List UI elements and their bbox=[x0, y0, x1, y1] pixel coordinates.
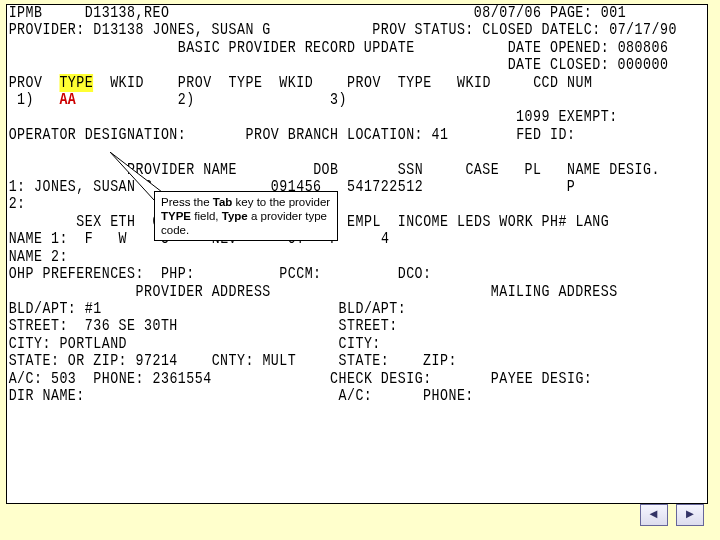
provider-line: PROVIDER: D13138 JONES, SUSAN G bbox=[9, 21, 271, 39]
c3-empl: EMPL bbox=[347, 213, 381, 231]
a-cnty: MULT bbox=[262, 352, 296, 370]
n1-income: 4 bbox=[381, 230, 389, 248]
m-bldapt-l: BLD/APT: bbox=[339, 300, 407, 318]
col2-pl: PL bbox=[525, 161, 542, 179]
n1-sex: F bbox=[85, 230, 93, 248]
c3-income: INCOME bbox=[398, 213, 449, 231]
col-wkid: WKID bbox=[110, 74, 144, 92]
a-street: 736 SE 30TH bbox=[85, 317, 178, 335]
col2-ssn: SSN bbox=[398, 161, 423, 179]
c3-workph: WORK PH# bbox=[499, 213, 567, 231]
terminal-window: IPMB D13138,REO 08/07/06 PAGE: 001 PROVI… bbox=[6, 4, 708, 504]
a-street-l: STREET: bbox=[9, 317, 68, 335]
a-payee-l: PAYEE DESIG: bbox=[491, 370, 593, 388]
a-state2-l: STATE: bbox=[339, 352, 390, 370]
ohp-line: OHP PREFERENCES: PHP: PCCM: DCO: bbox=[9, 265, 432, 283]
date-opened: 080806 bbox=[618, 39, 669, 57]
prov2: 2) bbox=[178, 91, 195, 109]
next-button[interactable]: ► bbox=[676, 504, 704, 526]
prov-status-label: PROV STATUS: bbox=[372, 21, 474, 39]
addrhdr-mail: MAILING ADDRESS bbox=[491, 283, 618, 301]
col-type2: TYPE bbox=[229, 74, 263, 92]
name2-label: NAME 2: bbox=[9, 248, 68, 266]
record-id: D13138,REO bbox=[85, 4, 170, 22]
col-type-highlight[interactable]: TYPE bbox=[59, 74, 93, 92]
callout-t1: Press the bbox=[161, 196, 213, 208]
col-type3: TYPE bbox=[398, 74, 432, 92]
n1-eth: W bbox=[119, 230, 127, 248]
m-phone-l: PHONE: bbox=[423, 387, 474, 405]
c3-eth: ETH bbox=[110, 213, 135, 231]
fedid-label: FED ID: bbox=[516, 126, 575, 144]
col2-case: CASE bbox=[465, 161, 499, 179]
exempt-label: 1099 EXEMPT: bbox=[516, 108, 618, 126]
date-opened-label: DATE OPENED: bbox=[508, 39, 610, 57]
a-zip2-l: ZIP: bbox=[423, 352, 457, 370]
name1-namedesig: P bbox=[567, 178, 575, 196]
callout-t5: field, bbox=[191, 210, 222, 222]
provbranch-label: PROV BRANCH LOCATION: bbox=[245, 126, 423, 144]
col-wkid2: WKID bbox=[279, 74, 313, 92]
c3-leds: LEDS bbox=[457, 213, 491, 231]
col-ccd: CCD NUM bbox=[533, 74, 592, 92]
name1-ssn: 541722512 bbox=[347, 178, 423, 196]
c3-sex: SEX bbox=[76, 213, 101, 231]
date-closed-label: DATE CLOSED: bbox=[508, 56, 610, 74]
a-phone: 2361554 bbox=[152, 370, 211, 388]
provbranch: 41 bbox=[432, 126, 449, 144]
date: 08/07/06 bbox=[474, 4, 542, 22]
opdesig-label: OPERATOR DESIGNATION: bbox=[9, 126, 187, 144]
col2-dob: DOB bbox=[313, 161, 338, 179]
prov3: 3) bbox=[330, 91, 347, 109]
col-prov: PROV bbox=[9, 74, 43, 92]
name1-label: NAME 1: bbox=[9, 230, 68, 248]
col2-namedesig: NAME DESIG. bbox=[567, 161, 660, 179]
addrhdr-prov: PROVIDER ADDRESS bbox=[136, 283, 271, 301]
c3-lang: LANG bbox=[575, 213, 609, 231]
update-title: BASIC PROVIDER RECORD UPDATE bbox=[178, 39, 415, 57]
callout-t2: Tab bbox=[213, 196, 233, 208]
date-closed: 000000 bbox=[618, 56, 669, 74]
m-city-l: CITY: bbox=[339, 335, 381, 353]
page-label: PAGE: 001 bbox=[550, 4, 626, 22]
screen-code: IPMB bbox=[9, 4, 43, 22]
m-street-l: STREET: bbox=[339, 317, 398, 335]
prev-button[interactable]: ◄ bbox=[640, 504, 668, 526]
m-ac-l: A/C: bbox=[338, 387, 372, 405]
a-statezip: STATE: OR ZIP: 97214 bbox=[9, 352, 178, 370]
a-ac-l: A/C: bbox=[9, 370, 43, 388]
callout-t6: Type bbox=[222, 210, 248, 222]
a-city-l: CITY: bbox=[9, 335, 51, 353]
a-dir-l: DIR NAME: bbox=[9, 387, 85, 405]
col-prov2: PROV bbox=[178, 74, 212, 92]
a-check-l: CHECK DESIG: bbox=[330, 370, 432, 388]
callout-t3: key to the provider bbox=[232, 196, 330, 208]
instruction-callout: Press the Tab key to the provider TYPE f… bbox=[154, 191, 338, 241]
nav-controls: ◄ ► bbox=[636, 504, 704, 526]
col-prov3: PROV bbox=[347, 74, 381, 92]
a-phone-l: PHONE: bbox=[93, 370, 144, 388]
prov1-type-input[interactable]: AA bbox=[59, 91, 76, 109]
a-city: PORTLAND bbox=[59, 335, 127, 353]
prov1: 1) bbox=[17, 91, 34, 109]
a-ac: 503 bbox=[51, 370, 76, 388]
name2-row: 2: bbox=[9, 195, 26, 213]
a-bldapt: #1 bbox=[85, 300, 102, 318]
a-bldapt-l: BLD/APT: bbox=[9, 300, 77, 318]
a-cnty-l: CNTY: bbox=[212, 352, 254, 370]
prov-status: CLOSED bbox=[482, 21, 533, 39]
col-wkid3: WKID bbox=[457, 74, 491, 92]
datelc: 07/17/90 bbox=[609, 21, 677, 39]
datelc-label: DATELC: bbox=[542, 21, 601, 39]
callout-t4: TYPE bbox=[161, 210, 191, 222]
